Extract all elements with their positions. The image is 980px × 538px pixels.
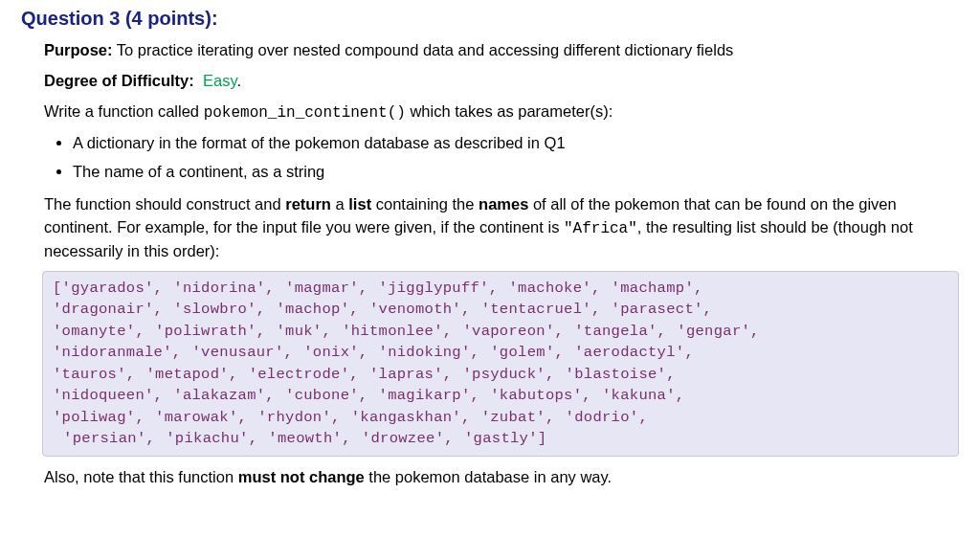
function-name-code: pokemon_in_continent() xyxy=(204,104,406,122)
purpose-label: Purpose: xyxy=(44,41,113,58)
description-paragraph: The function should construct and return… xyxy=(44,193,959,263)
list-item: The name of a continent, as a string xyxy=(73,161,959,184)
intro-prefix: Write a function called xyxy=(44,102,204,120)
question-page: Question 3 (4 points): Purpose: To pract… xyxy=(0,0,980,508)
intro-line: Write a function called pokemon_in_conti… xyxy=(44,101,959,124)
bold-list: list xyxy=(348,195,371,213)
intro-suffix: which takes as parameter(s): xyxy=(406,102,612,120)
bold-return: return xyxy=(285,195,331,213)
difficulty-value: Easy xyxy=(203,72,236,89)
purpose-text: To practice iterating over nested compou… xyxy=(117,41,734,58)
bold-must-not-change: must not change xyxy=(238,468,365,485)
difficulty-line: Degree of Difficulty: Easy. xyxy=(44,70,959,93)
question-body: Purpose: To practice iterating over nest… xyxy=(44,39,959,489)
question-title: Question 3 (4 points): xyxy=(21,8,959,30)
difficulty-label: Degree of Difficulty: xyxy=(44,72,194,89)
closing-line: Also, note that this function must not c… xyxy=(44,466,959,489)
purpose-line: Purpose: To practice iterating over nest… xyxy=(44,39,959,62)
africa-code: "Africa" xyxy=(564,220,637,237)
list-item: A dictionary in the format of the pokemo… xyxy=(73,132,959,155)
example-output-codebox: ['gyarados', 'nidorina', 'magmar', 'jigg… xyxy=(42,271,959,457)
bold-names: names xyxy=(479,195,528,213)
parameter-list: A dictionary in the format of the pokemo… xyxy=(44,132,959,184)
